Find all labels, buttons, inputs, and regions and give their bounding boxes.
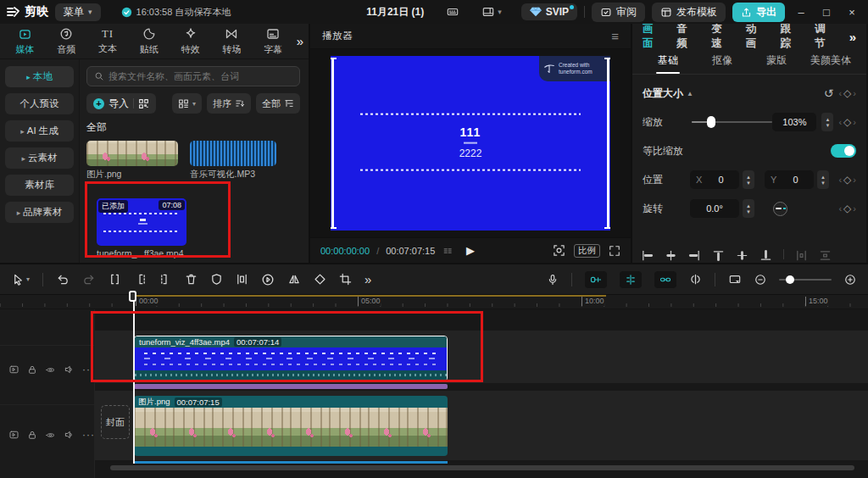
maximize-button[interactable]: □ — [817, 6, 836, 19]
align-bottom-icon[interactable] — [760, 249, 772, 262]
reverse-button[interactable] — [261, 273, 275, 286]
more-tools-button[interactable]: » — [364, 272, 371, 286]
tab-audio[interactable]: 音频 — [47, 27, 86, 56]
rotate-button[interactable] — [314, 273, 326, 286]
eye-icon[interactable] — [45, 365, 56, 375]
trim-left-button[interactable] — [134, 273, 147, 286]
align-center-h-icon[interactable] — [665, 249, 677, 262]
tab-sticker[interactable]: 贴纸 — [129, 27, 169, 56]
mirror-button[interactable] — [287, 273, 301, 286]
media-item-video[interactable]: 已添加 07:08 tuneform_...ff3ae.mp4 — [97, 198, 188, 258]
collapsed-text-track[interactable] — [134, 384, 448, 389]
shortcut-keyboard-icon[interactable] — [446, 6, 459, 18]
more-tabs-button[interactable]: » — [849, 30, 856, 44]
mask-shield-button[interactable] — [210, 273, 223, 286]
align-right-icon[interactable] — [688, 249, 701, 262]
lock-icon[interactable] — [27, 430, 37, 441]
timeline-zoom-slider[interactable] — [779, 275, 832, 285]
rotation-value[interactable]: 0.0° — [690, 199, 739, 218]
timeline-clip-image[interactable]: 图片.png 00:07:07:15 — [134, 396, 448, 456]
rotation-dial[interactable] — [773, 202, 787, 216]
subtab-cutout[interactable]: 抠像 — [695, 53, 749, 74]
playhead-handle[interactable] — [129, 291, 136, 302]
export-button[interactable]: 导出 — [732, 3, 785, 22]
publish-template-button[interactable]: 发布模板 — [652, 3, 726, 22]
tab-effects[interactable]: 特效 — [170, 27, 210, 56]
undo-button[interactable] — [56, 273, 70, 286]
slider-handle[interactable] — [786, 275, 794, 284]
tab-transitions[interactable]: 转场 — [212, 27, 252, 56]
transform-handle-right[interactable] — [607, 58, 609, 229]
keyframe-control[interactable]: ‹◇› — [838, 174, 856, 186]
tab-speed[interactable]: 变速 — [711, 22, 732, 51]
timeline-zoom-out-button[interactable] — [754, 274, 766, 286]
timeline-clip-video[interactable]: tuneform_viz_4ff3ae.mp4 00:07:07:14 — [134, 336, 448, 381]
sort-button[interactable]: 排序 — [207, 93, 251, 114]
search-bar[interactable] — [86, 66, 300, 86]
crop-button[interactable] — [339, 273, 352, 286]
sidebar-item-ai-generate[interactable]: ▸ AI 生成 — [5, 120, 74, 142]
search-input[interactable] — [108, 71, 292, 81]
track-more-button[interactable]: ··· — [82, 429, 95, 441]
delete-button[interactable] — [185, 273, 198, 286]
record-voiceover-button[interactable] — [547, 273, 559, 286]
svip-button[interactable]: SVIP — [521, 3, 577, 20]
media-item-image[interactable]: 图片.png — [86, 141, 178, 181]
select-tool-button[interactable]: ▾ — [12, 273, 30, 286]
import-button[interactable]: + 导入 — [86, 93, 156, 114]
tab-tracking[interactable]: 跟踪 — [780, 22, 800, 51]
keyframe-control[interactable]: ‹◇› — [838, 116, 856, 128]
position-y-field[interactable]: Y 0 — [765, 170, 814, 189]
sidebar-item-presets[interactable]: 个人预设 — [5, 93, 74, 114]
slider-handle[interactable] — [707, 116, 715, 128]
y-stepper[interactable]: ▲▼ — [817, 170, 829, 189]
subtab-beauty[interactable]: 美颜美体 — [804, 53, 858, 74]
sidebar-item-cloud[interactable]: ▸ 云素材 — [5, 147, 74, 169]
preview-quality-button[interactable] — [728, 274, 742, 286]
timeline-scrollbar[interactable] — [110, 465, 854, 470]
redo-button[interactable] — [82, 273, 96, 286]
rotation-stepper[interactable]: ▲▼ — [743, 199, 754, 218]
subtab-basic[interactable]: 基础 — [641, 53, 695, 74]
more-tabs-button[interactable]: » — [297, 34, 303, 48]
keyframe-control[interactable]: ‹◇› — [838, 203, 856, 214]
sidebar-item-brand[interactable]: ▸ 品牌素材 — [5, 202, 74, 223]
mute-icon[interactable] — [64, 364, 75, 375]
tab-audio-props[interactable]: 音频 — [677, 22, 698, 51]
sidebar-item-local[interactable]: ▸ 本地 — [5, 66, 74, 87]
cover-button[interactable]: 封面 — [101, 405, 130, 439]
scale-stepper[interactable]: ▲▼ — [821, 113, 833, 131]
video-canvas[interactable]: Created withtuneform.com 111 2222 — [331, 56, 610, 231]
close-button[interactable]: × — [843, 6, 861, 19]
tab-captions[interactable]: 字幕 — [253, 27, 293, 56]
position-x-field[interactable]: X 0 — [690, 170, 739, 189]
distribute-v-icon[interactable] — [819, 249, 832, 262]
scale-slider[interactable] — [692, 116, 773, 128]
timeline-zoom-in-button[interactable] — [844, 274, 856, 286]
menu-button[interactable]: 菜单 ▾ — [55, 3, 101, 21]
collapse-icon[interactable]: ▲ — [687, 90, 693, 97]
filter-button[interactable]: 全部 — [256, 93, 300, 114]
fullscreen-icon[interactable] — [609, 245, 620, 257]
subtab-mask[interactable]: 蒙版 — [749, 53, 804, 74]
preview-axis-toggle[interactable] — [620, 271, 642, 288]
quality-icon[interactable] — [442, 246, 453, 256]
align-left-icon[interactable] — [641, 249, 654, 262]
freeze-frame-button[interactable] — [236, 273, 248, 286]
eye-icon[interactable] — [45, 431, 56, 440]
review-button[interactable]: 审阅 — [592, 3, 645, 22]
transform-handle-left[interactable] — [331, 58, 334, 229]
collapsed-audio-track[interactable] — [134, 461, 448, 464]
qr-import-icon[interactable] — [138, 98, 149, 109]
distribute-h-icon[interactable] — [795, 249, 808, 262]
sidebar-item-library[interactable]: 素材库 — [5, 175, 74, 196]
lock-icon[interactable] — [27, 364, 37, 375]
keyframe-control[interactable]: ‹◇› — [838, 87, 856, 99]
player-menu-icon[interactable]: ≡ — [611, 29, 619, 43]
reset-icon[interactable]: ↺ — [824, 86, 834, 100]
tab-adjust[interactable]: 调节 — [815, 22, 835, 51]
play-button[interactable]: ▶ — [466, 244, 475, 257]
tab-animation[interactable]: 动画 — [746, 22, 766, 51]
tab-media[interactable]: 媒体 — [5, 27, 45, 56]
playhead-line[interactable] — [133, 295, 135, 464]
